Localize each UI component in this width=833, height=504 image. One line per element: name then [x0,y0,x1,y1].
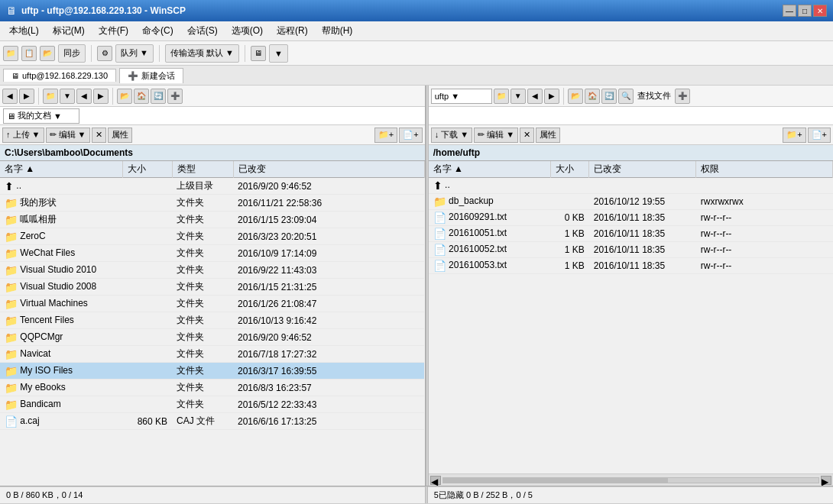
left-open-btn[interactable]: 📂 [117,89,132,104]
remote-icon[interactable]: 🖥 [251,46,266,61]
left-plus-btn[interactable]: ➕ [167,89,183,104]
table-row[interactable]: 📄 201610052.txt 1 KB 2016/10/11 18:35 rw… [429,242,833,258]
menu-command[interactable]: 命令(C) [136,23,180,39]
sync-button[interactable]: 同步 [58,44,86,63]
file-type: 文件夹 [172,312,233,329]
table-row[interactable]: 📁 My ISO Files 文件夹 2016/3/17 16:39:55 [0,363,424,380]
menu-help[interactable]: 帮助(H) [316,23,359,39]
left-col-type[interactable]: 类型 [172,161,233,178]
left-fwd-btn[interactable]: ▶ [19,89,34,104]
right-refresh-btn[interactable]: 🔄 [601,89,617,104]
table-row[interactable]: 📄 201610053.txt 1 KB 2016/10/11 18:35 rw… [429,258,833,274]
table-row[interactable]: 📁 WeChat Files 文件夹 2016/10/9 17:14:09 [0,245,424,262]
left-new-folder-btn[interactable]: 📁+ [374,128,397,143]
table-row[interactable]: 📁 ZeroC 文件夹 2016/3/23 20:20:51 [0,228,424,245]
right-col-modified[interactable]: 已改变 [589,161,696,178]
scroll-track[interactable] [442,477,819,483]
table-row[interactable]: 📁 Tencent Files 文件夹 2016/10/13 9:16:42 [0,312,424,329]
left-properties-button[interactable]: 属性 [108,128,132,143]
right-fwd-btn[interactable]: ▶ [544,89,559,104]
right-col-permissions[interactable]: 权限 [696,161,833,178]
table-row[interactable]: 📁 db_backup 2016/10/12 19:55 rwxrwxrwx [429,194,833,210]
maximize-button[interactable]: □ [798,5,812,17]
file-type: 上级目录 [172,178,233,195]
menu-file[interactable]: 文件(F) [92,23,135,39]
table-row[interactable]: 📄 a.caj 860 KB CAJ 文件 2016/6/16 17:13:25 [0,413,424,430]
left-refresh-btn[interactable]: 🔄 [151,89,166,104]
left-home-btn[interactable]: 🏠 [134,89,149,104]
minimize-button[interactable]: — [783,5,796,17]
copy-btn[interactable]: 📋 [21,46,37,61]
left-col-name[interactable]: 名字 ▲ [0,161,122,178]
right-folder-btn[interactable]: 📁 [494,89,509,104]
right-edit-button[interactable]: ✏ 编辑 ▼ [474,128,518,143]
table-row[interactable]: 📁 Virtual Machines 文件夹 2016/1/26 21:08:4… [0,296,424,312]
left-pane-toolbar: ◀ ▶ 📁 ▼ ◀ ▶ 📂 🏠 🔄 ➕ [0,86,425,107]
gear-icon[interactable]: ⚙ [97,46,112,61]
close-button[interactable]: ✕ [813,5,827,17]
scroll-thumb[interactable] [443,478,669,483]
file-type: 文件夹 [172,396,233,413]
scroll-left-btn[interactable]: ◀ [430,476,441,485]
left-fwd2-btn[interactable]: ▶ [93,89,109,104]
right-back-btn[interactable]: ◀ [527,89,543,104]
right-open-btn[interactable]: 📂 [568,89,583,104]
table-row[interactable]: 📁 Navicat 文件夹 2016/7/18 17:27:32 [0,346,424,363]
left-file-table[interactable]: 名字 ▲ 大小 类型 已改变 ⬆ .. 上级目录 2016/9/20 9:46:… [0,161,425,486]
left-filter-btn[interactable]: ▼ [60,89,75,104]
right-filter-btn[interactable]: ▼ [510,89,526,104]
table-row[interactable]: 📁 我的形状 文件夹 2016/11/21 22:58:36 [0,195,424,212]
table-row[interactable]: 📄 201610051.txt 1 KB 2016/10/11 18:35 rw… [429,226,833,242]
right-address-combo[interactable]: uftp ▼ [431,89,492,104]
right-file-table[interactable]: 名字 ▲ 大小 已改变 权限 ⬆ .. 📁 db_backup 2016/10/… [429,161,833,473]
transfer-options-button[interactable]: 传输选项 默认 ▼ [165,44,239,63]
new-local-btn[interactable]: 📁 [3,46,18,61]
menu-local[interactable]: 本地(L) [3,23,45,39]
new-session-tab[interactable]: ➕ 新建会话 [119,68,183,83]
left-col-modified[interactable]: 已改变 [233,161,424,178]
left-back-btn[interactable]: ◀ [2,89,18,104]
file-name: 📁 Visual Studio 2008 [0,279,122,296]
right-col-name[interactable]: 名字 ▲ [429,161,551,178]
folder-btn[interactable]: 📂 [40,46,55,61]
table-row[interactable]: 📁 Visual Studio 2008 文件夹 2016/1/15 21:31… [0,279,424,296]
table-row[interactable]: 📁 QQPCMgr 文件夹 2016/9/20 9:46:52 [0,329,424,346]
file-type: 文件夹 [172,195,233,212]
remote-dropdown[interactable]: ▼ [269,44,288,63]
menu-options[interactable]: 选项(O) [225,23,269,39]
table-row[interactable]: 📁 My eBooks 文件夹 2016/8/3 16:23:57 [0,380,424,396]
right-plus-btn[interactable]: ➕ [675,89,690,104]
left-folder-btn[interactable]: 📁 [43,89,58,104]
window-controls[interactable]: — □ ✕ [783,5,827,17]
upload-button[interactable]: ↑ 上传 ▼ [2,128,44,143]
table-row[interactable]: 📁 Bandicam 文件夹 2016/5/12 22:33:43 [0,396,424,413]
right-hscroll[interactable]: ◀ ▶ [429,473,833,486]
left-back2-btn[interactable]: ◀ [76,89,92,104]
left-delete-button[interactable]: ✕ [92,128,106,143]
menu-session[interactable]: 会话(S) [181,23,224,39]
left-new-file-btn[interactable]: 📄+ [399,128,422,143]
session-tab-active[interactable]: 🖥 uftp@192.168.229.130 [3,69,116,82]
right-new-folder-btn[interactable]: 📁+ [783,128,805,143]
table-row[interactable]: 📄 201609291.txt 0 KB 2016/10/11 18:35 rw… [429,210,833,226]
right-search-btn[interactable]: 🔍 [618,89,634,104]
download-button[interactable]: ↓ 下载 ▼ [431,128,473,143]
file-type: 文件夹 [172,380,233,396]
table-row[interactable]: ⬆ .. [429,178,833,194]
right-new-file-btn[interactable]: 📄+ [808,128,831,143]
left-col-size[interactable]: 大小 [122,161,172,178]
right-home-btn[interactable]: 🏠 [585,89,600,104]
file-type: 文件夹 [172,279,233,296]
left-address-combo[interactable]: 🖥 我的文档 ▼ [3,108,79,124]
left-edit-button[interactable]: ✏ 编辑 ▼ [46,128,90,143]
menu-remote[interactable]: 远程(R) [271,23,314,39]
queue-button[interactable]: 队列 ▼ [115,44,154,63]
scroll-right-btn[interactable]: ▶ [821,476,831,485]
right-delete-button[interactable]: ✕ [520,128,534,143]
right-properties-button[interactable]: 属性 [536,128,560,143]
table-row[interactable]: 📁 呱呱相册 文件夹 2016/1/15 23:09:04 [0,212,424,228]
table-row[interactable]: 📁 Visual Studio 2010 文件夹 2016/9/22 11:43… [0,262,424,279]
right-col-size[interactable]: 大小 [551,161,589,178]
table-row[interactable]: ⬆ .. 上级目录 2016/9/20 9:46:52 [0,178,424,195]
menu-mark[interactable]: 标记(M) [47,23,91,39]
